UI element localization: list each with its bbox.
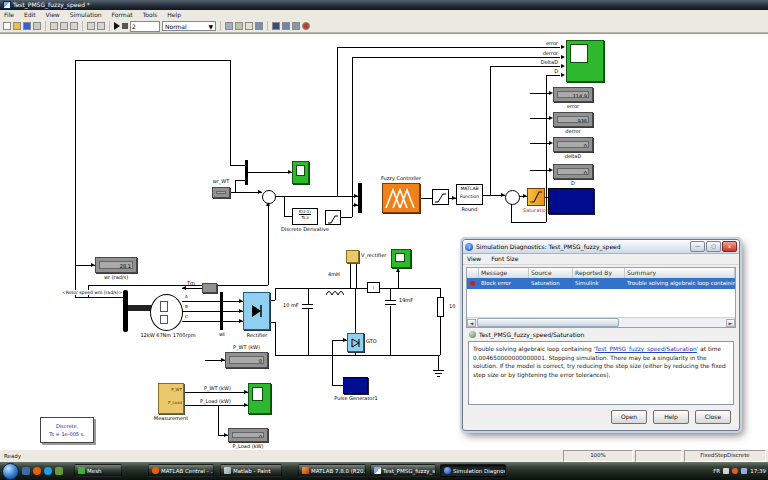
display-block-p-wt[interactable]: 0 (225, 352, 268, 368)
copy-icon[interactable] (60, 22, 68, 30)
sim-stop-time-input[interactable] (130, 21, 160, 32)
update-tray-icon[interactable] (732, 468, 738, 474)
close-dialog-button[interactable]: Close (695, 410, 731, 424)
volume-icon[interactable] (741, 468, 747, 474)
quicklaunch-browser-icon[interactable] (44, 467, 52, 475)
paste-icon[interactable] (70, 22, 78, 30)
taskbar-button-matlab[interactable]: MATLAB 7.8.0 (R20... (298, 464, 366, 477)
saturation-block[interactable] (527, 188, 545, 206)
debug-icon[interactable] (255, 22, 263, 30)
menu-file[interactable]: File (4, 11, 14, 18)
wind-turbine-blades-icon[interactable] (123, 290, 128, 332)
speed-scope-block[interactable] (292, 161, 309, 184)
menu-edit[interactable]: Edit (24, 11, 36, 18)
library-browser-icon[interactable] (272, 22, 280, 30)
sum-block[interactable] (262, 190, 276, 204)
minimize-button[interactable]: — (690, 241, 705, 252)
power-scope-block[interactable] (248, 383, 271, 414)
powergui-block[interactable]: Discrete, Ts = 1e-005 s. (40, 417, 94, 443)
speed-reference-constant[interactable]: 140 (212, 187, 230, 198)
header-message[interactable]: Message (479, 268, 529, 278)
start-button[interactable] (2, 463, 19, 480)
dialog-titlebar[interactable]: i Simulation Diagnostics: Test_PMSG_fuzz… (463, 240, 739, 254)
quicklaunch-explorer-icon[interactable] (55, 467, 63, 475)
stop-simulation-button[interactable] (122, 23, 128, 29)
rectifier-block[interactable] (243, 292, 270, 330)
open-icon[interactable] (13, 22, 21, 30)
taskbar-button-mesh[interactable]: Mesh (74, 464, 122, 477)
saturation-small-block[interactable] (432, 189, 449, 205)
language-indicator[interactable]: FR (713, 468, 720, 474)
gto-block[interactable] (347, 333, 364, 352)
display-block-deltad[interactable]: 0 (553, 137, 593, 152)
network-icon[interactable] (723, 468, 729, 474)
display-block-derror[interactable]: 938 (553, 112, 593, 127)
pulse-generator-block[interactable] (343, 377, 368, 394)
open-button[interactable]: Open (611, 410, 647, 424)
model-explorer-icon[interactable] (282, 22, 290, 30)
display-block-p-load[interactable]: 0 (228, 428, 268, 442)
quicklaunch-firefox-icon[interactable] (33, 467, 41, 475)
table-row[interactable]: Block error Saturation Simulink Trouble … (467, 278, 735, 289)
fuzzy-controller-block[interactable] (382, 183, 420, 213)
report-icon[interactable] (245, 22, 253, 30)
taskbar-button-paint[interactable]: Matlab - Paint (220, 464, 282, 477)
configuration-icon[interactable] (292, 22, 300, 30)
dialog-menu-font-size[interactable]: Font Size (491, 255, 518, 262)
mux-wt-block[interactable] (220, 292, 223, 330)
scroll-right-icon[interactable]: ► (726, 319, 735, 327)
cut-icon[interactable] (50, 22, 58, 30)
scroll-left-icon[interactable]: ◄ (467, 319, 476, 327)
clock[interactable]: 17:39 (750, 468, 766, 474)
scope-screen (252, 387, 263, 401)
current-measurement-block[interactable]: i (367, 282, 380, 293)
measurement-block[interactable]: P_WT P_Load (158, 383, 184, 414)
taskbar-button-model[interactable]: Test_PMSG_fuzzy_s... (370, 464, 436, 477)
matlab-function-block[interactable]: MATLAB Function (456, 184, 483, 205)
model-browser-icon[interactable] (225, 22, 233, 30)
header-summary[interactable]: Summary (625, 268, 735, 278)
menu-simulation[interactable]: Simulation (70, 11, 102, 18)
voltage-measurement-block[interactable] (346, 250, 359, 263)
discrete-derivative-block[interactable]: K(z-1) Ts z (292, 208, 318, 225)
display-block-error[interactable]: 114.9 (553, 87, 593, 102)
display-block-d[interactable]: 0 (553, 164, 593, 179)
torque-source-block[interactable] (202, 283, 217, 293)
simulation-mode-select[interactable]: Normal ▼ (162, 21, 216, 31)
block-link[interactable]: Test_PMSG_fuzzy_speed/Saturation (595, 346, 697, 352)
dialog-menu-view[interactable]: View (467, 255, 481, 262)
update-diagram-icon[interactable] (235, 22, 243, 30)
taskbar-button-matlab-central[interactable]: MATLAB Central - ... (148, 464, 214, 477)
menu-view[interactable]: View (46, 11, 60, 18)
pmsg-machine-block[interactable] (150, 294, 183, 331)
save-icon[interactable] (23, 22, 31, 30)
inductor-icon[interactable] (326, 281, 344, 300)
mux-block[interactable] (245, 160, 248, 185)
taskbar-button-diagnostics[interactable]: Simulation Diagnost... (440, 464, 506, 477)
close-button[interactable]: x (722, 241, 737, 252)
undo-icon[interactable] (87, 22, 95, 30)
menu-format[interactable]: Format (112, 11, 133, 18)
horizontal-scrollbar[interactable]: ◄ ► (467, 317, 735, 327)
window-titlebar[interactable]: Test_PMSG_fuzzy_speed * (0, 0, 768, 10)
sum-block[interactable] (505, 190, 520, 205)
build-icon[interactable] (302, 22, 310, 30)
menu-tools[interactable]: Tools (143, 11, 158, 18)
header-source[interactable]: Source (529, 268, 573, 278)
print-icon[interactable] (33, 22, 41, 30)
redo-icon[interactable] (97, 22, 105, 30)
maximize-button[interactable]: ▢ (706, 241, 721, 252)
header-reported-by[interactable]: Reported By (573, 268, 625, 278)
start-simulation-button[interactable] (114, 22, 120, 30)
saturation-small-block[interactable] (325, 210, 341, 225)
new-model-icon[interactable] (3, 22, 11, 30)
load-scope-block[interactable] (391, 249, 411, 268)
help-button[interactable]: Help (653, 410, 689, 424)
load-resistor-block[interactable] (437, 297, 444, 317)
scope-block[interactable] (566, 40, 604, 82)
quicklaunch-ie-icon[interactable] (22, 467, 30, 475)
scrollbar-thumb[interactable] (477, 318, 619, 327)
mux-block[interactable] (358, 183, 362, 213)
menu-help[interactable]: Help (167, 11, 181, 18)
display-block-wr[interactable]: 28.1 (95, 257, 137, 273)
